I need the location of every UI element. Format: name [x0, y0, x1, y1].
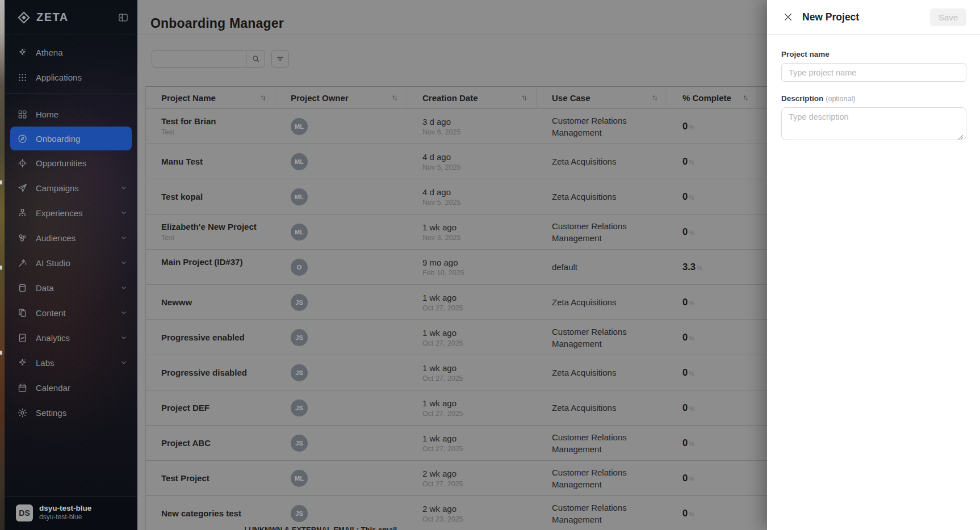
- sidebar-item-athena[interactable]: Athena: [5, 40, 137, 65]
- pct-complete-cell: 0%: [667, 438, 758, 448]
- project-owner-cell: ML: [275, 224, 407, 241]
- project-name-cell: New categories test: [146, 508, 275, 519]
- pct-complete-cell: 0%: [667, 332, 758, 343]
- chevron-down-icon[interactable]: [119, 308, 128, 317]
- project-owner-cell: JS: [275, 399, 407, 417]
- use-case-value: Zeta Acquisitions: [552, 402, 646, 414]
- avatar: DS: [16, 504, 33, 521]
- brand-name: ZETA: [36, 11, 69, 24]
- sidebar-item-audiences[interactable]: Audiences: [5, 225, 137, 250]
- filter-button[interactable]: [271, 50, 289, 68]
- applications-icon: [17, 72, 28, 83]
- owner-avatar: O: [291, 259, 308, 276]
- project-description: .: [161, 269, 275, 277]
- pct-complete-value: 0: [682, 473, 688, 483]
- sidebar-item-settings[interactable]: Settings: [5, 400, 137, 425]
- creation-date-absolute: Oct 27, 2025: [422, 480, 537, 488]
- drawer-body: Project name Description(optional): [767, 35, 980, 142]
- pct-sign: %: [689, 300, 694, 306]
- use-case-cell: Zeta Acquisitions: [537, 155, 667, 167]
- search-icon[interactable]: [246, 51, 265, 67]
- pct-complete-cell: 0%: [667, 121, 758, 132]
- creation-date-absolute: Nov 3, 2025: [422, 234, 537, 242]
- sidebar-item-applications[interactable]: Applications: [5, 65, 137, 90]
- creation-date-absolute: Nov 5, 2025: [422, 199, 537, 207]
- description-field[interactable]: [781, 107, 966, 140]
- project-owner-cell: JS: [275, 329, 407, 346]
- project-name: Main Project (ID#37): [161, 257, 275, 267]
- pct-complete-cell: 0%: [667, 473, 758, 483]
- project-name-cell: Project DEF: [146, 403, 275, 413]
- use-case-cell: Zeta Acquisitions: [537, 296, 667, 308]
- sort-icon[interactable]: [650, 93, 660, 103]
- sidebar-item-analytics[interactable]: Analytics: [5, 325, 137, 350]
- creation-date-cell: 1 wk agoOct 27, 2025: [407, 328, 537, 347]
- project-name-cell: Progressive enabled: [146, 333, 275, 343]
- sidebar-item-experiences[interactable]: Experiences: [5, 200, 137, 225]
- chevron-down-icon[interactable]: [119, 183, 128, 192]
- sidebar-user-section[interactable]: DS dsyu-test-blue dsyu-test-blue: [5, 497, 137, 530]
- project-name-cell: Elizabeth'e New ProjectTest: [146, 222, 275, 242]
- creation-date-relative: 1 wk ago: [422, 328, 537, 338]
- sidebar-item-opportunities[interactable]: Opportunities: [5, 150, 137, 175]
- pct-sign: %: [689, 440, 694, 447]
- use-case-value: Customer Relations Management: [552, 431, 646, 455]
- sidebar-item-label: Campaigns: [36, 183, 111, 193]
- sort-icon[interactable]: [390, 93, 400, 103]
- sidebar-item-labs[interactable]: Labs: [5, 350, 137, 375]
- sidebar-item-label: Analytics: [36, 333, 111, 343]
- creation-date-absolute: Oct 27, 2025: [422, 445, 537, 453]
- creation-date-cell: 2 wk agoOct 27, 2025: [407, 469, 537, 488]
- sort-icon[interactable]: [741, 93, 751, 103]
- save-button[interactable]: Save: [930, 9, 966, 26]
- pct-complete-cell: 0%: [667, 226, 758, 237]
- sidebar-item-ai-studio[interactable]: AI Studio: [5, 250, 137, 275]
- use-case-value: Customer Relations Management: [552, 502, 646, 525]
- sidebar-main-list: HomeOnboardingOpportunitiesCampaignsExpe…: [5, 97, 137, 425]
- search-input[interactable]: [152, 51, 246, 67]
- project-name-field[interactable]: [781, 63, 966, 82]
- project-description: Test: [161, 128, 275, 136]
- owner-avatar: ML: [291, 153, 308, 170]
- sort-icon[interactable]: [520, 93, 529, 103]
- sort-icon[interactable]: [258, 93, 268, 103]
- pct-complete-value: 0: [682, 226, 688, 237]
- sidebar-item-campaigns[interactable]: Campaigns: [5, 175, 137, 200]
- column-header-project-owner: Project Owner: [275, 87, 407, 108]
- creation-date-relative: 2 wk ago: [422, 504, 537, 514]
- owner-avatar: JS: [291, 505, 308, 522]
- description-label-text: Description: [781, 94, 823, 103]
- pct-complete-cell: 0%: [667, 156, 758, 167]
- experiences-icon: [17, 208, 28, 218]
- sidebar-item-onboarding[interactable]: Onboarding: [10, 127, 132, 150]
- project-owner-cell: JS: [275, 505, 407, 522]
- pct-sign: %: [689, 511, 694, 518]
- filter-icon: [275, 54, 285, 64]
- column-header--complete: % Complete: [667, 87, 758, 108]
- chevron-down-icon[interactable]: [119, 258, 128, 267]
- project-name-label: Project name: [781, 50, 966, 58]
- creation-date-relative: 1 wk ago: [422, 363, 537, 373]
- chevron-down-icon[interactable]: [119, 333, 128, 342]
- sidebar-item-data[interactable]: Data: [5, 275, 137, 300]
- toolbar: [152, 50, 289, 68]
- zeta-diamond-icon: [17, 11, 31, 24]
- owner-avatar: ML: [291, 118, 308, 135]
- close-icon[interactable]: [782, 11, 794, 23]
- labs-icon: [17, 357, 28, 368]
- sidebar-item-home[interactable]: Home: [5, 102, 137, 127]
- panel-collapse-icon[interactable]: [117, 11, 129, 24]
- sidebar-item-content[interactable]: Content: [5, 300, 137, 325]
- chevron-down-icon[interactable]: [119, 358, 128, 367]
- owner-avatar: JS: [291, 294, 308, 311]
- sidebar-item-label: Settings: [36, 408, 131, 418]
- project-owner-cell: O: [275, 259, 407, 276]
- sidebar-header: ZETA: [5, 0, 137, 35]
- chevron-down-icon[interactable]: [119, 233, 128, 242]
- chevron-down-icon[interactable]: [119, 283, 128, 292]
- use-case-cell: Customer Relations Management: [537, 431, 667, 455]
- wallpaper-artifact: [0, 351, 2, 355]
- sidebar-item-calendar[interactable]: Calendar: [5, 375, 137, 400]
- chevron-down-icon[interactable]: [119, 208, 128, 217]
- pct-complete-value: 0: [682, 156, 688, 166]
